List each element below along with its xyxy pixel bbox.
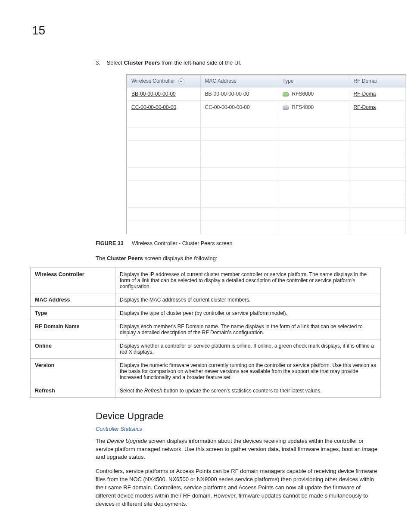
definition-term: RF Domain Name — [31, 320, 115, 339]
definition-term: Wireless Controller — [31, 268, 115, 293]
type-label: RFS6000 — [292, 91, 314, 97]
type-cell: RFS6000 — [278, 87, 349, 100]
lead-after: screen displays the following: — [143, 255, 218, 261]
grid-row-empty — [127, 180, 406, 194]
grid-row-empty — [127, 194, 406, 207]
instruction-number: 3. — [96, 59, 105, 67]
controller-link[interactable]: BB-00-00-00-00-00 — [131, 91, 176, 97]
grid-header-row: Wireless Controller MAC Address Type RF … — [127, 75, 406, 87]
controller-cell[interactable]: BB-00-00-00-00-00 — [127, 87, 200, 100]
device-type-icon — [283, 92, 289, 96]
definition-desc: Displays whether a controller or service… — [115, 339, 381, 358]
cluster-peers-screenshot: Wireless Controller MAC Address Type RF … — [126, 74, 406, 234]
grid-row-empty — [127, 114, 406, 127]
figure-caption-text: Wireless Controller - Cluster Peers scre… — [132, 240, 232, 246]
type-cell: RFS4000 — [278, 100, 349, 114]
column-header-mac-address[interactable]: MAC Address — [200, 75, 278, 87]
breadcrumb-link[interactable]: Controller Statistics — [96, 426, 381, 432]
figure-caption: FIGURE 33 Wireless Controller - Cluster … — [96, 240, 381, 246]
mac-cell: CC-00-00-00-00-00 — [200, 100, 278, 114]
instruction-bold: Cluster Peers — [124, 59, 160, 66]
definition-row: Online Displays whether a controller or … — [31, 339, 381, 358]
domain-cell[interactable]: RF-Doma — [349, 100, 406, 114]
definition-row: Type Displays the type of cluster peer (… — [31, 306, 381, 320]
definition-row: Refresh Select the Refresh button to upd… — [31, 384, 381, 397]
definition-desc: Displays the numeric firmware version cu… — [115, 358, 381, 384]
grid-row-empty — [127, 221, 406, 234]
definition-term: Version — [31, 358, 115, 384]
definition-term: Refresh — [31, 384, 115, 397]
definition-desc: Select the Refresh button to update the … — [115, 384, 381, 397]
definition-row: MAC Address Displays the MAC addresses o… — [31, 293, 381, 306]
page-number: 15 — [32, 24, 381, 37]
section-heading-device-upgrade: Device Upgrade — [96, 411, 381, 422]
grid-row[interactable]: CC-00-00-00-00-00 CC-00-00-00-00-00 RFS4… — [127, 100, 406, 114]
definition-term: Type — [31, 306, 115, 320]
figure-label: FIGURE 33 — [96, 240, 124, 246]
definition-row: RF Domain Name Displays each member's RF… — [31, 320, 381, 339]
definition-desc: Displays the IP addresses of current clu… — [115, 268, 381, 293]
lead-bold: Cluster Peers — [107, 255, 143, 261]
definition-term: MAC Address — [31, 293, 115, 306]
definitions-table: Wireless Controller Displays the IP addr… — [30, 268, 381, 398]
grid-row-empty — [127, 207, 406, 221]
para1-italic: Device Upgrade — [107, 438, 147, 444]
lead-before: The — [96, 255, 107, 261]
refresh-desc-italic: Refresh — [144, 388, 162, 394]
instruction-text-before: Select — [107, 59, 124, 66]
definition-row: Wireless Controller Displays the IP addr… — [31, 268, 381, 293]
definition-desc: Displays the MAC addresses of current cl… — [115, 293, 381, 306]
refresh-desc-after: button to update the screen's statistics… — [162, 388, 322, 394]
instruction-text-after: from the left-hand side of the UI. — [160, 59, 241, 66]
lead-paragraph: The Cluster Peers screen displays the fo… — [96, 255, 381, 261]
controller-link[interactable]: CC-00-00-00-00-00 — [131, 104, 176, 110]
page: 15 3. Select Cluster Peers from the left… — [0, 0, 411, 532]
cluster-peers-grid: Wireless Controller MAC Address Type RF … — [127, 75, 406, 234]
definition-desc: Displays each member's RF Domain name. T… — [115, 320, 381, 339]
column-header-wireless-controller[interactable]: Wireless Controller — [127, 75, 200, 87]
domain-link[interactable]: RF-Doma — [354, 104, 376, 110]
domain-cell[interactable]: RF-Doma — [349, 87, 406, 100]
grid-row-empty — [127, 127, 406, 140]
device-type-icon — [283, 106, 289, 110]
paragraph: The Device Upgrade screen displays infor… — [96, 437, 381, 462]
definition-desc: Displays the type of cluster peer (by co… — [115, 306, 381, 320]
controller-cell[interactable]: CC-00-00-00-00-00 — [127, 100, 200, 114]
refresh-desc-before: Select the — [120, 388, 144, 394]
para1-before: The — [96, 438, 107, 444]
grid-row-empty — [127, 167, 406, 180]
column-header-rf-domain[interactable]: RF Domai — [349, 75, 406, 87]
instruction-step: 3. Select Cluster Peers from the left-ha… — [96, 59, 381, 67]
type-label: RFS4000 — [292, 104, 314, 110]
grid-row-empty — [127, 154, 406, 167]
sort-asc-icon[interactable] — [178, 78, 184, 84]
mac-cell: BB-00-00-00-00-00 — [200, 87, 278, 100]
domain-link[interactable]: RF-Doma — [354, 91, 376, 97]
definition-row: Version Displays the numeric firmware ve… — [31, 358, 381, 384]
paragraph: Controllers, service platforms or Access… — [96, 467, 381, 508]
grid-row[interactable]: BB-00-00-00-00-00 BB-00-00-00-00-00 RFS6… — [127, 87, 406, 100]
column-header-type[interactable]: Type — [278, 75, 349, 87]
definition-term: Online — [31, 339, 115, 358]
grid-row-empty — [127, 140, 406, 154]
column-header-label: Wireless Controller — [131, 78, 175, 84]
